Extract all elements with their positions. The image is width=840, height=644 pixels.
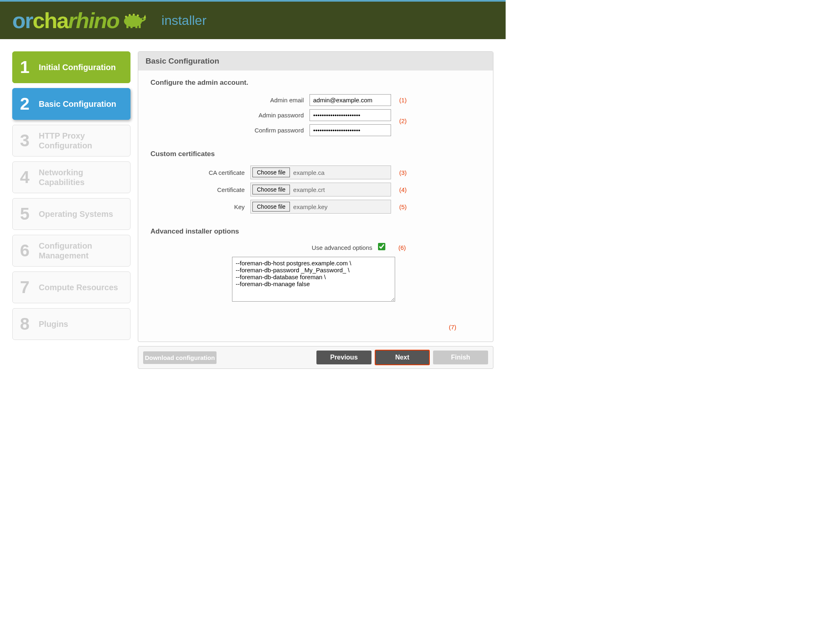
svg-rect-4 [135, 25, 137, 28]
step-label: Configuration Management [39, 241, 123, 260]
svg-point-8 [133, 14, 135, 16]
cert-choose-file-button[interactable]: Choose file [252, 185, 290, 194]
step-number: 2 [20, 94, 33, 114]
step-basic-configuration[interactable]: 2 Basic Configuration [12, 88, 130, 120]
step-number: 4 [20, 168, 33, 187]
svg-rect-3 [130, 25, 133, 28]
key-file-name: example.key [292, 203, 327, 210]
svg-point-1 [142, 18, 144, 20]
installer-label: installer [161, 13, 206, 28]
config-panel: Basic Configuration Configure the admin … [138, 51, 493, 342]
step-label: Networking Capabilities [39, 168, 123, 187]
row-use-advanced: Use advanced options (6) [150, 243, 481, 252]
ca-cert-file-field: Choose file example.ca [250, 165, 391, 179]
ca-cert-label: CA certificate [150, 169, 250, 176]
key-choose-file-button[interactable]: Choose file [252, 202, 290, 212]
row-admin-email: Admin email (1) [150, 94, 481, 106]
rhino-icon [121, 11, 149, 30]
cert-file-name: example.crt [292, 186, 325, 193]
certificates-section: Custom certificates CA certificate Choos… [138, 142, 493, 219]
main-panel-column: Basic Configuration Configure the admin … [138, 51, 493, 369]
step-number: 8 [20, 314, 33, 334]
key-file-field: Choose file example.key [250, 200, 391, 214]
row-admin-password: Admin password (2) [150, 109, 481, 121]
use-advanced-checkbox[interactable] [378, 243, 385, 250]
step-number: 5 [20, 204, 33, 224]
next-button[interactable]: Next [375, 350, 430, 365]
step-configuration-management[interactable]: 6 Configuration Management [12, 235, 130, 267]
advanced-options-textarea[interactable] [232, 257, 395, 302]
step-initial-configuration[interactable]: 1 Initial Configuration [12, 51, 130, 83]
admin-section-title: Configure the admin account. [150, 79, 481, 87]
ca-choose-file-button[interactable]: Choose file [252, 168, 290, 177]
finish-button[interactable]: Finish [433, 351, 488, 364]
annotation-7: (7) [449, 324, 456, 331]
svg-point-7 [129, 14, 131, 16]
step-number: 7 [20, 278, 33, 297]
step-plugins[interactable]: 8 Plugins [12, 308, 130, 340]
row-cert: Certificate Choose file example.crt (4) [150, 183, 481, 196]
logo-text: orcharhino [12, 8, 119, 33]
annotation-3: (3) [399, 169, 407, 176]
step-label: Initial Configuration [39, 62, 116, 72]
header: orcharhino installer [0, 2, 506, 39]
cert-file-field: Choose file example.crt [250, 183, 391, 196]
step-label: HTTP Proxy Configuration [39, 131, 123, 150]
step-number: 1 [20, 57, 33, 77]
step-networking[interactable]: 4 Networking Capabilities [12, 161, 130, 193]
step-label: Compute Resources [39, 282, 118, 292]
step-operating-systems[interactable]: 5 Operating Systems [12, 198, 130, 230]
admin-email-input[interactable] [309, 94, 391, 106]
step-number: 3 [20, 131, 33, 150]
annotation-6: (6) [398, 244, 406, 251]
navigation-bar: Download configuration Previous Next Fin… [138, 346, 493, 369]
annotation-4: (4) [399, 186, 407, 193]
previous-button[interactable]: Previous [316, 351, 371, 364]
svg-rect-2 [126, 24, 128, 28]
step-label: Plugins [39, 319, 68, 329]
row-confirm-password: Confirm password [150, 124, 481, 136]
row-ca-cert: CA certificate Choose file example.ca (3… [150, 165, 481, 179]
panel-title: Basic Configuration [138, 52, 493, 71]
advanced-section: Advanced installer options Use advanced … [138, 219, 493, 333]
advanced-section-title: Advanced installer options [150, 227, 481, 236]
admin-password-input[interactable] [309, 109, 391, 121]
key-label: Key [150, 203, 250, 210]
certs-section-title: Custom certificates [150, 150, 481, 158]
confirm-password-input[interactable] [309, 124, 391, 136]
logo: orcharhino installer [12, 8, 206, 33]
use-advanced-label: Use advanced options [150, 244, 378, 251]
admin-email-label: Admin email [150, 97, 309, 104]
svg-point-9 [137, 15, 139, 17]
admin-account-section: Configure the admin account. Admin email… [138, 71, 493, 142]
svg-point-6 [125, 16, 127, 18]
ca-file-name: example.ca [292, 169, 325, 176]
svg-rect-5 [139, 24, 141, 28]
step-number: 6 [20, 241, 33, 260]
annotation-2: (2) [399, 117, 407, 124]
row-key: Key Choose file example.key (5) [150, 200, 481, 214]
confirm-password-label: Confirm password [150, 127, 309, 134]
step-http-proxy[interactable]: 3 HTTP Proxy Configuration [12, 125, 130, 157]
cert-label: Certificate [150, 186, 250, 193]
step-label: Basic Configuration [39, 99, 116, 109]
download-configuration-button[interactable]: Download configuration [143, 351, 217, 364]
main-container: 1 Initial Configuration 2 Basic Configur… [0, 39, 506, 369]
wizard-steps-sidebar: 1 Initial Configuration 2 Basic Configur… [12, 51, 130, 369]
step-label: Operating Systems [39, 209, 113, 219]
annotation-5: (5) [399, 203, 407, 210]
admin-password-label: Admin password [150, 112, 309, 119]
annotation-1: (1) [399, 97, 407, 104]
step-compute-resources[interactable]: 7 Compute Resources [12, 271, 130, 303]
